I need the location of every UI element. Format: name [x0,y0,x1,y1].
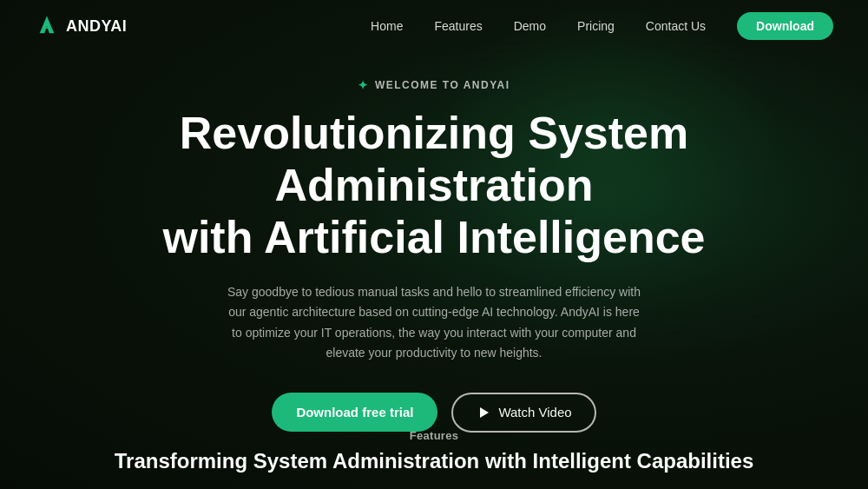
download-trial-button[interactable]: Download free trial [272,393,437,432]
welcome-text: WELCOME TO ANDYAI [375,79,510,91]
hero-title-line1: Revolutionizing System Administration [180,108,689,210]
svg-marker-0 [480,407,489,418]
nav-home[interactable]: Home [371,19,403,33]
hero-title: Revolutionizing System Administration wi… [130,108,738,263]
nav-contact[interactable]: Contact Us [646,19,706,33]
nav-demo[interactable]: Demo [514,19,546,33]
features-section: Features Transforming System Administrat… [0,429,868,489]
hero-buttons: Download free trial Watch Video [272,393,595,433]
watch-video-button[interactable]: Watch Video [451,393,595,433]
nav-features[interactable]: Features [434,19,482,33]
page-wrapper: ANDYAI Home Features Demo Pricing Contac… [0,0,868,489]
nav-pricing[interactable]: Pricing [577,19,615,33]
nav-links: Home Features Demo Pricing Contact Us Do… [371,12,833,40]
hero-description: Say goodbye to tedious manual tasks and … [226,282,642,362]
hero-title-line2: with Artificial Intelligence [162,212,705,262]
navbar: ANDYAI Home Features Demo Pricing Contac… [0,0,868,52]
sparkle-icon: ✦ [358,78,370,92]
welcome-badge: ✦ WELCOME TO ANDYAI [358,78,510,92]
logo-area: ANDYAI [35,14,127,38]
features-title: Transforming System Administration with … [0,449,868,473]
watch-video-label: Watch Video [498,405,571,420]
hero-section: ✦ WELCOME TO ANDYAI Revolutionizing Syst… [0,52,868,433]
nav-download-button[interactable]: Download [737,12,833,40]
play-icon [476,405,491,420]
logo-icon [35,14,59,38]
brand-name: ANDYAI [66,17,127,36]
